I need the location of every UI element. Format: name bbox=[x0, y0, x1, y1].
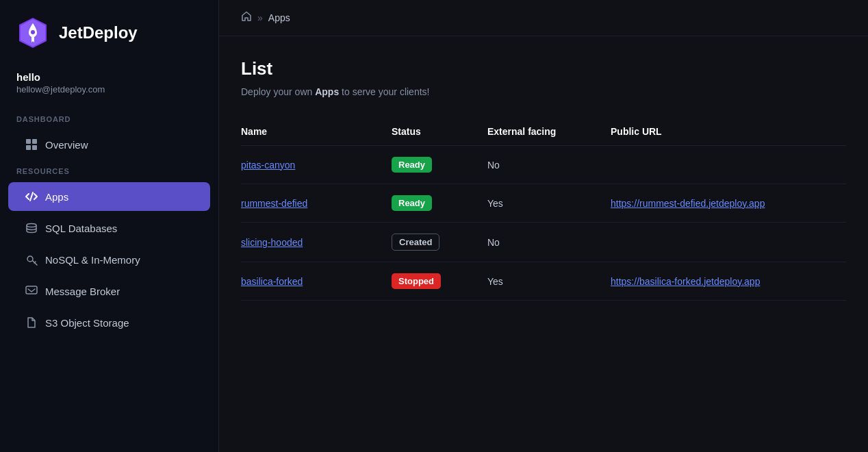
page-description: Deploy your own Apps to serve your clien… bbox=[241, 86, 846, 97]
app-name-link[interactable]: slicing-hooded bbox=[241, 237, 303, 248]
sidebar-item-overview[interactable]: Overview bbox=[8, 130, 210, 159]
sidebar: JetDeploy hello hellow@jetdeploy.com DAS… bbox=[0, 0, 219, 452]
app-name-link[interactable]: rummest-defied bbox=[241, 198, 307, 209]
file-icon bbox=[25, 316, 38, 329]
svg-point-9 bbox=[27, 256, 33, 262]
svg-point-2 bbox=[31, 30, 35, 34]
app-name-link[interactable]: pitas-canyon bbox=[241, 160, 295, 171]
status-badge: Ready bbox=[392, 195, 432, 211]
resources-section-label: RESOURCES bbox=[0, 160, 218, 181]
external-facing-value: Yes bbox=[487, 262, 611, 301]
table-row: basilica-forkedStoppedYeshttps://basilic… bbox=[241, 262, 846, 301]
external-facing-value: Yes bbox=[487, 184, 611, 223]
sidebar-apps-label: Apps bbox=[45, 191, 68, 203]
dashboard-section-label: DASHBOARD bbox=[0, 108, 218, 129]
sidebar-user: hello hellow@jetdeploy.com bbox=[0, 63, 218, 108]
user-email: hellow@jetdeploy.com bbox=[16, 84, 202, 95]
sidebar-overview-label: Overview bbox=[45, 139, 88, 151]
app-name: JetDeploy bbox=[59, 23, 138, 42]
breadcrumb-current: Apps bbox=[268, 12, 290, 23]
external-facing-value: No bbox=[487, 146, 611, 184]
sidebar-nosql-label: NoSQL & In-Memory bbox=[45, 254, 140, 266]
main-content: » Apps List Deploy your own Apps to serv… bbox=[219, 0, 868, 452]
app-name-link[interactable]: basilica-forked bbox=[241, 276, 303, 287]
grid-icon bbox=[25, 138, 38, 151]
col-external-facing: External facing bbox=[487, 119, 611, 146]
description-prefix: Deploy your own bbox=[241, 86, 315, 97]
breadcrumb-home[interactable] bbox=[241, 11, 252, 25]
col-name: Name bbox=[241, 119, 392, 146]
sidebar-item-apps[interactable]: Apps bbox=[8, 182, 210, 211]
sidebar-s3-label: S3 Object Storage bbox=[45, 317, 129, 329]
sidebar-logo: JetDeploy bbox=[0, 0, 218, 63]
page-title: List bbox=[241, 58, 846, 79]
public-url-link[interactable]: https://rummest-defied.jetdeploy.app bbox=[611, 198, 765, 209]
table-header-row: Name Status External facing Public URL bbox=[241, 119, 846, 146]
svg-rect-5 bbox=[26, 145, 31, 150]
database-icon bbox=[25, 221, 38, 235]
user-name: hello bbox=[16, 71, 202, 83]
apps-table: Name Status External facing Public URL p… bbox=[241, 119, 846, 301]
public-url-link[interactable]: https://basilica-forked.jetdeploy.app bbox=[611, 276, 760, 287]
table-row: pitas-canyonReadyNo bbox=[241, 146, 846, 184]
code-icon bbox=[25, 190, 38, 203]
message-icon bbox=[25, 284, 38, 298]
svg-rect-4 bbox=[32, 139, 37, 144]
svg-point-8 bbox=[27, 224, 36, 227]
sidebar-item-message-broker[interactable]: Message Broker bbox=[8, 277, 210, 305]
key-icon bbox=[25, 253, 38, 266]
table-row: slicing-hoodedCreatedNo bbox=[241, 223, 846, 262]
table-row: rummest-defiedReadyYeshttps://rummest-de… bbox=[241, 184, 846, 223]
content-area: List Deploy your own Apps to serve your … bbox=[219, 36, 868, 323]
col-public-url: Public URL bbox=[611, 119, 846, 146]
sidebar-sql-label: SQL Databases bbox=[45, 223, 117, 234]
sidebar-message-broker-label: Message Broker bbox=[45, 286, 120, 297]
svg-line-7 bbox=[30, 192, 33, 201]
svg-rect-6 bbox=[32, 145, 37, 150]
status-badge: Ready bbox=[392, 157, 432, 173]
breadcrumb: » Apps bbox=[219, 0, 868, 36]
status-badge: Stopped bbox=[392, 273, 441, 289]
sidebar-item-sql-databases[interactable]: SQL Databases bbox=[8, 214, 210, 242]
svg-rect-12 bbox=[26, 286, 37, 294]
external-facing-value: No bbox=[487, 223, 611, 262]
status-badge: Created bbox=[392, 234, 439, 251]
sidebar-item-nosql[interactable]: NoSQL & In-Memory bbox=[8, 245, 210, 274]
description-suffix: to serve your clients! bbox=[339, 86, 429, 97]
description-bold: Apps bbox=[315, 86, 339, 97]
breadcrumb-separator: » bbox=[257, 12, 263, 23]
sidebar-item-s3[interactable]: S3 Object Storage bbox=[8, 308, 210, 337]
logo-icon bbox=[16, 16, 49, 49]
col-status: Status bbox=[392, 119, 487, 146]
svg-rect-3 bbox=[26, 139, 31, 144]
